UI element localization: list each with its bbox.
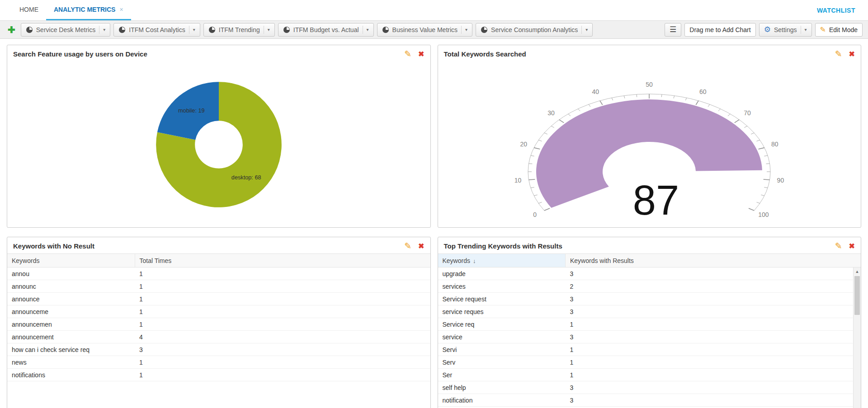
- tab-analytic-metrics[interactable]: ANALYTIC METRICS ×: [46, 0, 131, 20]
- trending-tbody: upgrade3services2Service request3service…: [438, 267, 861, 407]
- remove-panel-icon[interactable]: ✖: [418, 243, 424, 250]
- count-cell[interactable]: 1: [135, 356, 430, 369]
- chart-menu-label: ITFM Cost Analytics: [129, 26, 185, 33]
- count-cell[interactable]: 1: [566, 318, 861, 331]
- table-row[interactable]: notifications1: [7, 369, 430, 381]
- count-cell[interactable]: 3: [566, 267, 861, 280]
- gauge-tick: [766, 164, 770, 164]
- count-cell[interactable]: 3: [566, 394, 861, 407]
- table-row[interactable]: upgrade3: [438, 267, 861, 280]
- remove-panel-icon[interactable]: ✖: [849, 51, 855, 58]
- column-header-keywords-with-results[interactable]: Keywords with Results: [566, 254, 861, 267]
- keyword-cell: announcemen: [7, 318, 135, 331]
- add-chart-plus-icon[interactable]: ✚: [5, 25, 18, 34]
- gear-icon: ⚙: [764, 26, 771, 33]
- count-cell[interactable]: 1: [566, 343, 861, 356]
- watchlist-link[interactable]: WATCHLIST: [817, 7, 855, 14]
- count-cell[interactable]: 1: [135, 318, 430, 331]
- table-row[interactable]: service reques3: [438, 305, 861, 318]
- gauge-tick: [686, 98, 687, 100]
- table-row[interactable]: announcement4: [7, 331, 430, 343]
- count-cell[interactable]: 2: [566, 280, 861, 293]
- vertical-scrollbar[interactable]: ▲: [853, 267, 861, 408]
- chart-category-icon: [208, 26, 216, 33]
- layout-menu-button[interactable]: ☰: [665, 23, 681, 37]
- tab-close-icon[interactable]: ×: [119, 6, 123, 13]
- edit-mode-button[interactable]: ✎ Edit Mode: [815, 23, 863, 37]
- table-row[interactable]: Serv1: [438, 356, 861, 369]
- panel-keywords-no-result: Keywords with No Result ✎ ✖ Keywords Tot…: [7, 237, 431, 408]
- chart-menu-itfm-budget-vs-actual[interactable]: ITFM Budget vs. Actual ▾: [278, 23, 374, 37]
- table-row[interactable]: announce1: [7, 293, 430, 305]
- chart-menu-service-consumption-analytics[interactable]: Service Consumption Analytics ▾: [476, 23, 593, 37]
- panel-search-feature-usage: Search Feature usage by users on Device …: [7, 45, 431, 228]
- settings-button[interactable]: ⚙ Settings ▾: [759, 23, 812, 37]
- scrollbar-thumb[interactable]: [854, 276, 860, 315]
- chart-menu-itfm-cost-analytics[interactable]: ITFM Cost Analytics ▾: [113, 23, 200, 37]
- panel-header: Top Trending Keywords with Results ✎ ✖: [438, 237, 861, 253]
- count-cell[interactable]: 1: [566, 356, 861, 369]
- count-cell[interactable]: 1: [135, 267, 430, 280]
- count-cell[interactable]: 1: [135, 305, 430, 318]
- scroll-up-icon[interactable]: ▲: [854, 267, 861, 275]
- column-header-keywords-sorted[interactable]: Keywords↓: [438, 254, 566, 267]
- table-row[interactable]: Service request3: [438, 293, 861, 305]
- gauge-tick: [761, 195, 765, 196]
- table-row[interactable]: notification3: [438, 394, 861, 407]
- keyword-cell: self help: [438, 381, 566, 394]
- gauge-tick: [600, 100, 603, 104]
- gauge-tick: [538, 140, 542, 141]
- chart-menu-itfm-trending[interactable]: ITFM Trending ▾: [203, 23, 275, 37]
- gauge-tick: [551, 126, 554, 127]
- table-row[interactable]: announcemen1: [7, 318, 430, 331]
- table-row[interactable]: announceme1: [7, 305, 430, 318]
- count-cell[interactable]: 1: [566, 369, 861, 381]
- table-row[interactable]: Service req1: [438, 318, 861, 331]
- dashboard-grid: Search Feature usage by users on Device …: [0, 39, 868, 408]
- keyword-cell: announce: [7, 293, 135, 305]
- count-cell[interactable]: 4: [135, 331, 430, 343]
- table-row[interactable]: news1: [7, 356, 430, 369]
- count-cell[interactable]: 1: [135, 293, 430, 305]
- remove-panel-icon[interactable]: ✖: [418, 51, 424, 58]
- gauge-tick: [637, 94, 637, 97]
- table-row[interactable]: Servi1: [438, 343, 861, 356]
- column-header-total-times[interactable]: Total Times: [135, 254, 430, 267]
- count-cell[interactable]: 3: [566, 331, 861, 343]
- chart-menu-service-desk-metrics[interactable]: Service Desk Metrics ▾: [21, 23, 111, 37]
- chart-menu-label: ITFM Trending: [219, 26, 260, 33]
- count-cell[interactable]: 3: [135, 343, 430, 356]
- edit-panel-pencil-icon[interactable]: ✎: [835, 242, 842, 250]
- chart-menu-label: Service Desk Metrics: [36, 26, 95, 33]
- count-cell[interactable]: 3: [566, 293, 861, 305]
- tab-home[interactable]: HOME: [12, 0, 46, 20]
- panel-title: Top Trending Keywords with Results: [444, 242, 835, 250]
- table-row[interactable]: annou1: [7, 267, 430, 280]
- table-wrap: Keywords Total Times annou1announc1annou…: [7, 253, 430, 408]
- drag-add-chart-button[interactable]: Drag me to Add Chart: [684, 23, 755, 37]
- remove-panel-icon[interactable]: ✖: [849, 243, 855, 250]
- keyword-cell: Service request: [438, 293, 566, 305]
- table-row[interactable]: announc1: [7, 280, 430, 293]
- gauge-tick: [529, 164, 533, 164]
- gauge-tick-label: 40: [592, 88, 599, 95]
- chart-menu-business-value-metrics[interactable]: Business Value Metrics ▾: [377, 23, 473, 37]
- gauge-tick: [578, 108, 580, 111]
- table-row[interactable]: how can i check service req3: [7, 343, 430, 356]
- table-row[interactable]: services2: [438, 280, 861, 293]
- count-cell[interactable]: 3: [566, 381, 861, 394]
- count-cell[interactable]: 1: [135, 280, 430, 293]
- panel-top-trending-keywords: Top Trending Keywords with Results ✎ ✖ K…: [438, 237, 862, 408]
- edit-panel-pencil-icon[interactable]: ✎: [835, 50, 842, 58]
- count-cell[interactable]: 1: [135, 369, 430, 381]
- count-cell[interactable]: 3: [566, 305, 861, 318]
- pencil-icon: ✎: [820, 26, 826, 33]
- table-row[interactable]: service3: [438, 331, 861, 343]
- column-header-keywords[interactable]: Keywords: [7, 254, 135, 267]
- table-row[interactable]: Ser1: [438, 369, 861, 381]
- edit-panel-pencil-icon[interactable]: ✎: [404, 50, 411, 58]
- pie-chart-svg: desktop: 68mobile: 19: [139, 65, 298, 224]
- no-result-tbody: annou1announc1announce1announceme1announ…: [7, 267, 430, 381]
- edit-panel-pencil-icon[interactable]: ✎: [404, 242, 411, 250]
- table-row[interactable]: self help3: [438, 381, 861, 394]
